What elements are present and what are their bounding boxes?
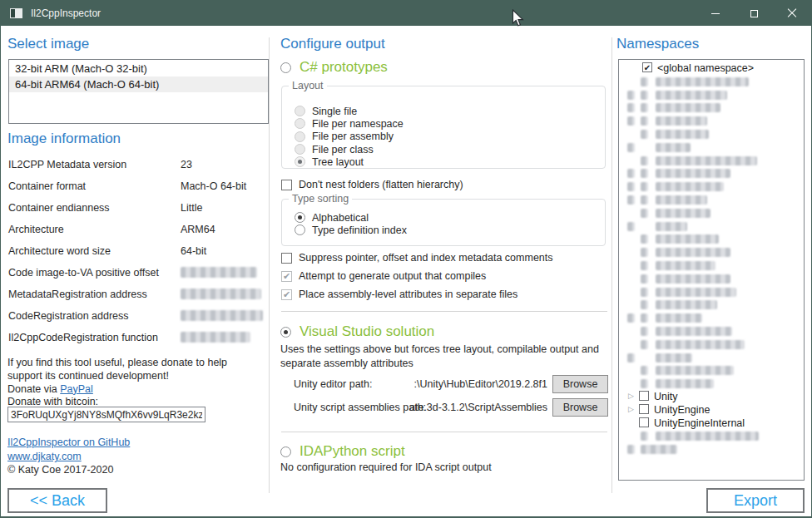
namespace-checkbox[interactable] xyxy=(639,417,649,427)
namespace-item[interactable]: ✔<global namespace> xyxy=(621,62,802,75)
export-button[interactable]: Export xyxy=(706,488,805,513)
browse-assemblies-button[interactable]: Browse xyxy=(552,398,608,417)
redacted-namespace xyxy=(641,156,648,165)
layout-radio-row[interactable]: File per assembly xyxy=(295,131,605,143)
type-sorting-radio[interactable] xyxy=(295,224,305,235)
title-bar: Il2CppInspector xyxy=(1,1,811,26)
paypal-link[interactable]: PayPal xyxy=(60,383,93,395)
type-sorting-radio[interactable] xyxy=(295,212,305,223)
visual-studio-label: Visual Studio solution xyxy=(300,323,434,340)
expander-icon[interactable]: ▷ xyxy=(628,405,634,413)
layout-radio-row[interactable]: File per class xyxy=(295,143,605,155)
image-list[interactable]: 32-bit ARM (Mach-O 32-bit)64-bit ARM64 (… xyxy=(8,59,269,124)
bitcoin-address-input[interactable] xyxy=(7,407,205,422)
csharp-label: C# prototypes xyxy=(300,59,388,76)
info-value: 23 xyxy=(181,159,192,170)
namespace-item[interactable]: UnityEngineInternal xyxy=(621,417,802,430)
namespace-item-redacted xyxy=(621,141,802,154)
layout-radio[interactable] xyxy=(295,131,305,142)
github-link[interactable]: Il2CppInspector on GitHub xyxy=(7,437,130,448)
info-row: Code image-to-VA positive offset xyxy=(8,264,271,285)
image-list-item[interactable]: 64-bit ARM64 (Mach-O 64-bit) xyxy=(9,76,268,92)
redacted-value xyxy=(181,332,250,343)
visual-studio-option[interactable]: Visual Studio solution xyxy=(280,323,434,340)
unity-script-assemblies-label: Unity script assemblies path: xyxy=(294,402,426,413)
namespace-label: Unity xyxy=(654,391,677,402)
info-label: MetadataRegistration address xyxy=(8,289,147,300)
layout-radio-row[interactable]: File per namespace xyxy=(295,117,605,130)
option-checkbox[interactable] xyxy=(281,253,292,264)
app-window: Il2CppInspector Select image 32-bit ARM … xyxy=(0,0,812,518)
expander-icon[interactable]: ▷ xyxy=(628,392,634,400)
option-checkbox-label: Place assembly-level attributes in separ… xyxy=(299,289,517,300)
info-row: Container formatMach-O 64-bit xyxy=(8,177,271,199)
info-value: 64-bit xyxy=(181,245,206,257)
app-icon xyxy=(10,8,22,18)
namespace-label: UnityEngineInternal xyxy=(654,417,745,429)
namespace-item-redacted xyxy=(621,115,802,127)
namespace-checkbox[interactable] xyxy=(639,404,649,414)
option-checkbox-row[interactable]: ✔Attempt to generate output that compile… xyxy=(281,270,486,282)
layout-radio[interactable] xyxy=(295,118,305,129)
layout-radio[interactable] xyxy=(295,156,305,167)
namespace-list[interactable]: ✔<global namespace>▷Unity▷UnityEngineUni… xyxy=(618,59,805,481)
info-row: Container endiannessLittle xyxy=(8,199,271,220)
namespace-item[interactable]: ▷Unity xyxy=(621,391,802,403)
flatten-checkbox[interactable] xyxy=(281,180,292,190)
option-checkbox-row[interactable]: Suppress pointer, offset and index metad… xyxy=(281,252,553,264)
namespace-checkbox[interactable] xyxy=(639,391,649,401)
flatten-checkbox-row[interactable]: Don't nest folders (flatten hierarchy) xyxy=(281,179,463,190)
namespace-item-redacted xyxy=(621,155,802,167)
type-sorting-options: AlphabeticalType definition index xyxy=(282,200,605,237)
layout-radio-row[interactable]: Single file xyxy=(295,105,605,117)
info-row: Il2CppCodeRegistration function xyxy=(8,328,271,350)
namespace-item-redacted xyxy=(621,128,802,141)
option-checkbox-label: Suppress pointer, offset and index metad… xyxy=(299,252,553,264)
namespace-item-redacted xyxy=(621,233,802,245)
minimize-button[interactable] xyxy=(696,1,735,26)
redacted-namespace xyxy=(627,313,635,323)
image-list-item[interactable]: 32-bit ARM (Mach-O 32-bit) xyxy=(9,61,268,76)
info-label: Architecture word size xyxy=(8,245,111,257)
redacted-value xyxy=(181,289,261,299)
visual-studio-radio[interactable] xyxy=(280,327,291,338)
namespace-label: UnityEngine xyxy=(654,404,710,416)
type-sorting-radio-row[interactable]: Type definition index xyxy=(295,224,605,236)
redacted-namespace xyxy=(656,261,715,270)
redacted-namespace xyxy=(641,130,648,139)
layout-radio[interactable] xyxy=(295,144,305,155)
redacted-namespace xyxy=(627,195,635,205)
type-sorting-radio-row[interactable]: Alphabetical xyxy=(295,211,605,224)
redacted-namespace xyxy=(656,91,727,100)
namespace-item-redacted xyxy=(621,443,802,456)
info-value xyxy=(181,289,261,300)
redacted-namespace xyxy=(641,77,648,86)
option-checkbox[interactable]: ✔ xyxy=(281,289,292,300)
maximize-button[interactable] xyxy=(735,1,773,26)
layout-options: Single fileFile per namespaceFile per as… xyxy=(282,86,605,168)
namespace-checkbox[interactable]: ✔ xyxy=(642,62,652,72)
csharp-radio[interactable] xyxy=(280,62,291,73)
option-checkbox-row[interactable]: ✔Place assembly-level attributes in sepa… xyxy=(281,289,517,300)
namespace-item[interactable]: ▷UnityEngine xyxy=(621,404,802,417)
close-button[interactable] xyxy=(773,1,811,26)
idapython-option[interactable]: IDAPython script xyxy=(280,443,405,460)
redacted-namespace xyxy=(656,143,691,152)
layout-radio-row[interactable]: Tree layout xyxy=(295,155,605,168)
info-label: CodeRegistration address xyxy=(8,310,129,322)
redacted-namespace xyxy=(627,143,635,152)
info-label: Container format xyxy=(8,180,86,192)
browse-editor-button[interactable]: Browse xyxy=(552,375,608,393)
window-title: Il2CppInspector xyxy=(31,7,101,19)
back-button[interactable]: << Back xyxy=(7,488,107,513)
namespace-item-redacted xyxy=(621,312,802,324)
layout-radio[interactable] xyxy=(295,106,305,116)
redacted-namespace xyxy=(641,300,648,309)
idapython-radio[interactable] xyxy=(280,446,291,457)
csharp-prototypes-option[interactable]: C# prototypes xyxy=(280,59,388,76)
redacted-namespace xyxy=(656,313,702,323)
option-checkbox[interactable]: ✔ xyxy=(281,271,292,282)
website-link[interactable]: www.djkaty.com xyxy=(7,451,82,462)
image-info-heading: Image information xyxy=(7,131,121,147)
redacted-namespace xyxy=(656,353,692,363)
